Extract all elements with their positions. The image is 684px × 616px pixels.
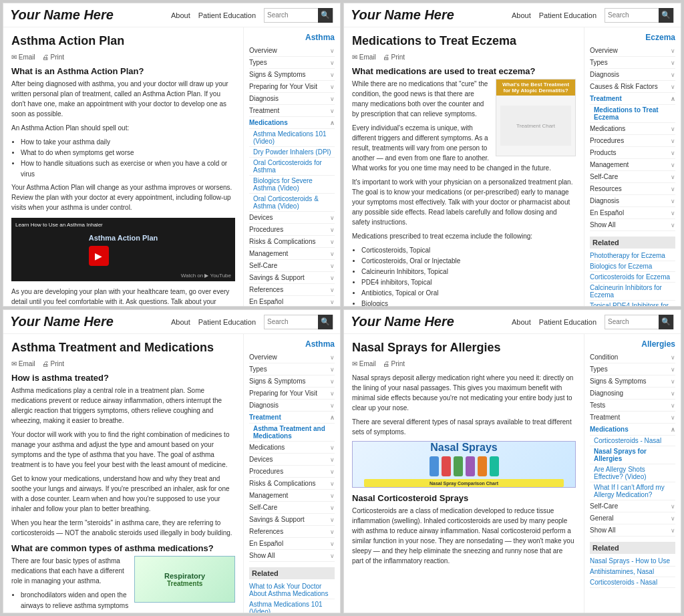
- sb3-espanol[interactable]: En Español∨: [249, 538, 335, 550]
- sidebar-dpi-1[interactable]: Dry Powder Inhalers (DPI): [249, 147, 335, 158]
- sidebar-meds-1[interactable]: Medications∧: [249, 117, 335, 129]
- sb2-espanol[interactable]: En Español∨: [590, 207, 675, 219]
- sb2-treatment[interactable]: Treatment∧: [590, 93, 675, 105]
- related-4b[interactable]: Antihistamines, Nasal: [590, 567, 675, 577]
- nav-about-4[interactable]: About: [512, 318, 531, 326]
- sb3-treatment-meds[interactable]: Asthma Treatment and Medications: [249, 424, 335, 442]
- video-container-1[interactable]: Learn How to Use an Asthma Inhaler Asthm…: [11, 218, 235, 281]
- email-action-2[interactable]: ✉ Email: [352, 53, 376, 61]
- sb2-mgmt[interactable]: Management∨: [590, 159, 675, 171]
- nav-education-2[interactable]: Patient Education: [539, 11, 596, 19]
- sb4-medications[interactable]: Medications∧: [590, 424, 675, 436]
- sb2-products[interactable]: Products∨: [590, 147, 675, 159]
- sb3-refs[interactable]: References∨: [249, 526, 335, 538]
- sb4-types[interactable]: Types∨: [590, 363, 675, 375]
- sb4-general[interactable]: General∨: [590, 512, 675, 524]
- related-2d[interactable]: Calcineurin Inhibitors for Eczema: [590, 283, 675, 301]
- sb3-overview[interactable]: Overview∨: [249, 351, 335, 363]
- sb3-prep[interactable]: Preparing for Your Visit∨: [249, 388, 335, 400]
- sidebar-oral-cs-1[interactable]: Oral Corticosteroids for Asthma: [249, 158, 335, 176]
- sb2-diag2[interactable]: Diagnosis∨: [590, 195, 675, 207]
- sb4-cs-nasal[interactable]: Corticosteroids - Nasal: [590, 436, 675, 446]
- sb4-diag[interactable]: Diagnosing∨: [590, 388, 675, 400]
- related-3a[interactable]: What to Ask Your Doctor About Asthma Med…: [249, 581, 335, 599]
- sb3-signs[interactable]: Signs & Symptoms∨: [249, 375, 335, 388]
- search-input-2[interactable]: [605, 9, 659, 22]
- related-3b[interactable]: Asthma Medications 101 (Video): [249, 599, 335, 613]
- sidebar-risks-1[interactable]: Risks & Complications∨: [249, 236, 335, 248]
- sb3-proc[interactable]: Procedures∨: [249, 466, 335, 478]
- nav-about-3[interactable]: About: [171, 318, 190, 326]
- nav-about-1[interactable]: About: [171, 11, 190, 19]
- sb2-selfcare[interactable]: Self-Care∨: [590, 171, 675, 183]
- search-input-4[interactable]: [605, 315, 659, 329]
- sb3-risks[interactable]: Risks & Complications∨: [249, 478, 335, 490]
- related-2e[interactable]: Topical PDE4 Inhibitors for Eczema: [590, 301, 675, 306]
- sb2-causes[interactable]: Causes & Risk Factors∨: [590, 81, 675, 93]
- sb4-cant-afford[interactable]: What If I can't Afford my Allergy Medica…: [590, 482, 675, 500]
- sidebar-meds-101-1[interactable]: Asthma Medications 101 (Video): [249, 129, 335, 147]
- related-2b[interactable]: Biologics for Eczema: [590, 261, 675, 272]
- nav-about-2[interactable]: About: [512, 11, 531, 19]
- search-input-1[interactable]: [265, 9, 318, 22]
- sb4-signs[interactable]: Signs & Symptoms∨: [590, 375, 675, 388]
- email-action-3[interactable]: ✉ Email: [11, 360, 35, 367]
- sb2-types[interactable]: Types∨: [590, 57, 675, 69]
- sidebar-bio-1[interactable]: Biologics for Severe Asthma (Video): [249, 176, 335, 194]
- print-action-3[interactable]: 🖨 Print: [42, 360, 64, 367]
- sb4-nasal-sprays[interactable]: Nasal Sprays for Allergies: [590, 446, 675, 464]
- sb4-selfcare[interactable]: Self-Care∨: [590, 500, 675, 512]
- sidebar-espanol-1[interactable]: En Español∨: [249, 296, 335, 306]
- sb3-diag[interactable]: Diagnosis∨: [249, 400, 335, 412]
- sidebar-refs-1[interactable]: References∨: [249, 284, 335, 296]
- sb2-medications[interactable]: Medications∨: [590, 123, 675, 135]
- email-action-4[interactable]: ✉ Email: [352, 360, 376, 367]
- sb4-condition[interactable]: Condition∨: [590, 351, 675, 363]
- sb3-types[interactable]: Types∨: [249, 363, 335, 375]
- related-4c[interactable]: Corticosteroids - Nasal: [590, 577, 675, 588]
- sidebar-mgmt-1[interactable]: Management∨: [249, 248, 335, 260]
- sidebar-oral-cs-vid-1[interactable]: Oral Corticosteroids & Asthma (Video): [249, 194, 335, 212]
- sb2-diag[interactable]: Diagnosis∨: [590, 69, 675, 81]
- nav-education-1[interactable]: Patient Education: [198, 11, 256, 19]
- sidebar-savings-1[interactable]: Savings & Support∨: [249, 272, 335, 284]
- search-button-2[interactable]: 🔍: [659, 8, 673, 23]
- related-2a[interactable]: Phototherapy for Eczema: [590, 251, 675, 261]
- search-button-1[interactable]: 🔍: [318, 8, 333, 23]
- email-action-1[interactable]: ✉ Email: [11, 53, 35, 61]
- sb3-medications[interactable]: Medications∨: [249, 442, 335, 454]
- sb3-devices[interactable]: Devices∨: [249, 454, 335, 466]
- sb4-showall[interactable]: Show All∨: [590, 524, 675, 536]
- sb3-selfcare[interactable]: Self-Care∨: [249, 502, 335, 514]
- sb2-meds-eczema[interactable]: Medications to Treat Eczema: [590, 105, 675, 123]
- sidebar-devices-1[interactable]: Devices∨: [249, 212, 335, 224]
- sb2-showall[interactable]: Show All∨: [590, 219, 675, 231]
- sidebar-treat-1[interactable]: Treatment∨: [249, 105, 335, 117]
- related-2c[interactable]: Corticosteroids for Eczema: [590, 272, 675, 283]
- search-button-3[interactable]: 🔍: [318, 315, 333, 329]
- sb3-mgmt[interactable]: Management∨: [249, 490, 335, 502]
- play-button-1[interactable]: [89, 246, 109, 266]
- sb4-treatment[interactable]: Treatment∨: [590, 412, 675, 424]
- print-action-2[interactable]: 🖨 Print: [383, 53, 405, 61]
- sidebar-signs-1[interactable]: Signs & Symptoms∨: [249, 69, 335, 81]
- print-action-1[interactable]: 🖨 Print: [42, 53, 64, 61]
- sidebar-types-1[interactable]: Types∨: [249, 57, 335, 69]
- sb3-treatment[interactable]: Treatment∧: [249, 412, 335, 424]
- print-action-4[interactable]: 🖨 Print: [383, 360, 405, 367]
- sidebar-overview-1[interactable]: Overview∨: [249, 45, 335, 57]
- sidebar-proc-1[interactable]: Procedures∨: [249, 224, 335, 236]
- sidebar-selfcare-1[interactable]: Self-Care∨: [249, 260, 335, 272]
- sb4-tests[interactable]: Tests∨: [590, 400, 675, 412]
- sidebar-prep-1[interactable]: Preparing for Your Visit∨: [249, 81, 335, 93]
- related-4a[interactable]: Nasal Sprays - How to Use: [590, 556, 675, 567]
- sb4-allergy-shots[interactable]: Are Allergy Shots Effective? (Video): [590, 464, 675, 482]
- sb3-savings[interactable]: Savings & Support∨: [249, 514, 335, 526]
- sb2-procedures[interactable]: Procedures∨: [590, 135, 675, 147]
- search-input-3[interactable]: [265, 315, 318, 329]
- nav-education-3[interactable]: Patient Education: [198, 318, 256, 326]
- sb2-resources[interactable]: Resources∨: [590, 183, 675, 195]
- search-button-4[interactable]: 🔍: [659, 315, 673, 329]
- sidebar-diag-1[interactable]: Diagnosis∨: [249, 93, 335, 105]
- sb2-overview[interactable]: Overview∨: [590, 45, 675, 57]
